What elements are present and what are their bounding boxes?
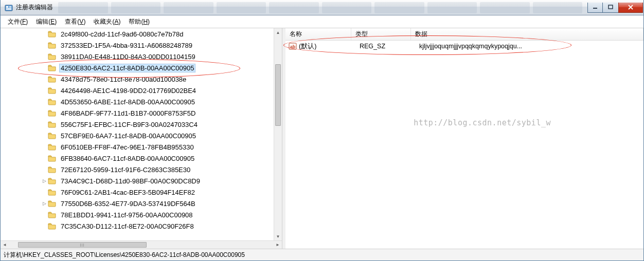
tree-item-label: 73A4C9C1-D68D-11d0-98BF-00A0C90DC8D9 <box>59 177 202 185</box>
tree-item[interactable]: ▷73A4C9C1-D68D-11d0-98BF-00A0C90DC8D9 <box>1 175 274 187</box>
col-header-name[interactable]: 名称 <box>285 28 351 40</box>
vertical-scrollbar[interactable]: ▲ ▼ <box>274 28 282 240</box>
svg-rect-3 <box>6 8 11 10</box>
tree-item-label: 77550D6B-6352-4E77-9DA3-537419DF564B <box>59 199 197 208</box>
folder-icon <box>48 109 56 117</box>
tree-item[interactable]: 6F0510EB-FF8F-47ec-96E1-78FB4B955330 <box>1 141 274 153</box>
scroll-up-arrow[interactable]: ▲ <box>274 28 282 36</box>
svg-rect-4 <box>593 8 597 9</box>
tree-item-label: 556C75F1-EFBC-11CF-B9F3-00A0247033C4 <box>59 120 199 129</box>
folder-icon <box>48 53 56 60</box>
value-data: kjljvjjjoquqmjjjvpqqkqmqykypoqjqu... <box>418 43 643 50</box>
menu-edit[interactable]: 编辑(E) <box>32 16 61 28</box>
tree-item[interactable]: 7C35CA30-D112-11cf-8E72-00A0C90F26F8 <box>1 220 274 232</box>
folder-icon <box>48 42 56 49</box>
tree-item[interactable]: 4250E830-6AC2-11cf-8ADB-00AA00C00905 <box>1 62 274 73</box>
tree-item[interactable]: 78E1BDD1-9941-11cf-9756-00AA00C00908 <box>1 209 274 220</box>
tree-item-label: 78E1BDD1-9941-11cf-9756-00AA00C00908 <box>59 211 194 219</box>
tree-item[interactable]: 72E67120-5959-11cf-91F6-C2863C385E30 <box>1 164 274 175</box>
tree-item-label: 7C35CA30-D112-11cf-8E72-00A0C90F26F8 <box>59 222 195 231</box>
titlebar[interactable]: 注册表编辑器 <box>1 0 643 15</box>
hscroll-track[interactable] <box>9 241 274 249</box>
close-button[interactable] <box>618 3 643 13</box>
menu-view[interactable]: 查看(V) <box>61 16 90 28</box>
scroll-track[interactable] <box>274 36 282 232</box>
registry-editor-window: 注册表编辑器 文件(F) 编辑(E) 查看(V) 收藏夹(A) 帮助(H) 2c… <box>0 0 644 261</box>
folder-icon <box>48 143 56 151</box>
folder-icon <box>48 30 56 38</box>
folder-icon <box>48 222 56 230</box>
tree-item-label: 6F0510EB-FF8F-47ec-96E1-78FB4B955330 <box>59 143 195 152</box>
svg-rect-2 <box>9 6 11 8</box>
tree-item-label: 44264498-AE1C-4198-9DD2-017769D02BE4 <box>59 86 198 95</box>
tree-item-label: 4F86BADF-9F77-11d1-B1B7-0000F8753F5D <box>59 109 197 118</box>
tree-item[interactable]: 76F09C61-2AB1-4cac-BEF3-5B094F14EF82 <box>1 187 274 198</box>
status-path: 计算机\HKEY_CLASSES_ROOT\Licenses\4250E830-… <box>4 251 245 259</box>
app-icon <box>5 4 13 12</box>
tree-item[interactable]: 43478d75-78e0-11cf-8e78-00a0d100038e <box>1 73 274 85</box>
tree-item[interactable]: ▷77550D6B-6352-4E77-9DA3-537419DF564B <box>1 198 274 209</box>
values-list[interactable]: (默认)REG_SZkjljvjjjoquqmjjjvpqqkqmqykypoq… <box>285 41 643 249</box>
menu-help[interactable]: 帮助(H) <box>124 16 154 28</box>
value-name: (默认) <box>299 42 359 51</box>
folder-icon <box>48 64 56 71</box>
minimize-button[interactable] <box>587 3 603 13</box>
scroll-down-arrow[interactable]: ▼ <box>274 232 282 240</box>
tree-item-label: 372533ED-1F5A-4bba-9311-A60688248789 <box>59 41 194 50</box>
scroll-thumb[interactable] <box>275 64 281 126</box>
tree-item-label: 76F09C61-2AB1-4cac-BEF3-5B094F14EF82 <box>59 188 196 197</box>
tree-item-label: 38911DA0-E448-11D0-84A3-00DD01104159 <box>59 52 197 61</box>
tree-item[interactable]: 38911DA0-E448-11D0-84A3-00DD01104159 <box>1 51 274 62</box>
values-header: 名称 类型 数据 <box>285 28 643 41</box>
registry-tree[interactable]: 2c49f800-c2dd-11cf-9ad6-0080c7e7b78d3725… <box>1 28 274 240</box>
folder-icon <box>48 87 56 94</box>
values-panel: 名称 类型 数据 (默认)REG_SZkjljvjjjoquqmjjjvpqqk… <box>285 28 643 249</box>
menu-file[interactable]: 文件(F) <box>4 16 32 28</box>
scroll-right-arrow[interactable]: ► <box>274 241 282 249</box>
tree-item[interactable]: 556C75F1-EFBC-11CF-B9F3-00A0247033C4 <box>1 119 274 130</box>
tree-scroll-area: 2c49f800-c2dd-11cf-9ad6-0080c7e7b78d3725… <box>1 28 282 249</box>
folder-icon <box>48 166 56 173</box>
value-type: REG_SZ <box>359 43 418 50</box>
menubar: 文件(F) 编辑(E) 查看(V) 收藏夹(A) 帮助(H) <box>1 15 643 28</box>
tree-item-label: 6FB38640-6AC7-11cf-8ADB-00AA00C00905 <box>59 154 196 163</box>
tree-item[interactable]: 57CBF9E0-6AA7-11cf-8ADB-00AA00C00905 <box>1 130 274 141</box>
tree-item-label: 4D553650-6ABE-11cf-8ADB-00AA00C00905 <box>59 98 196 106</box>
folder-icon <box>48 98 56 105</box>
tree-item[interactable]: 44264498-AE1C-4198-9DD2-017769D02BE4 <box>1 85 274 96</box>
window-controls <box>587 3 643 13</box>
value-row[interactable]: (默认)REG_SZkjljvjjjoquqmjjjvpqqkqmqykypoq… <box>285 41 643 52</box>
tree-item-label: 72E67120-5959-11cf-91F6-C2863C385E30 <box>59 165 192 174</box>
statusbar: 计算机\HKEY_CLASSES_ROOT\Licenses\4250E830-… <box>1 249 643 260</box>
taskbar-blur <box>58 2 582 13</box>
window-title: 注册表编辑器 <box>16 3 53 12</box>
expand-toggle-icon[interactable]: ▷ <box>41 200 48 207</box>
tree-item[interactable]: 372533ED-1F5A-4bba-9311-A60688248789 <box>1 40 274 51</box>
tree-item[interactable]: 2c49f800-c2dd-11cf-9ad6-0080c7e7b78d <box>1 28 274 40</box>
svg-rect-1 <box>6 6 8 8</box>
tree-item[interactable]: 4F86BADF-9F77-11d1-B1B7-0000F8753F5D <box>1 107 274 119</box>
folder-icon <box>48 177 56 184</box>
tree-item-label: 4250E830-6AC2-11cf-8ADB-00AA00C00905 <box>59 64 195 72</box>
folder-icon <box>48 132 56 139</box>
tree-item[interactable]: 4D553650-6ABE-11cf-8ADB-00AA00C00905 <box>1 96 274 107</box>
menu-favorites[interactable]: 收藏夹(A) <box>90 16 124 28</box>
tree-item[interactable]: 6FB38640-6AC7-11cf-8ADB-00AA00C00905 <box>1 153 274 164</box>
folder-icon <box>48 121 56 128</box>
col-header-data[interactable]: 数据 <box>411 28 643 40</box>
content-area: 2c49f800-c2dd-11cf-9ad6-0080c7e7b78d3725… <box>1 28 643 249</box>
expand-toggle-icon[interactable]: ▷ <box>41 177 48 184</box>
folder-icon <box>48 189 56 196</box>
string-value-icon <box>289 42 297 50</box>
svg-rect-5 <box>609 5 613 9</box>
horizontal-scrollbar[interactable]: ◄ ► <box>1 240 282 249</box>
tree-item-label: 2c49f800-c2dd-11cf-9ad6-0080c7e7b78d <box>59 30 185 39</box>
tree-item-label: 43478d75-78e0-11cf-8e78-00a0d100038e <box>59 75 188 84</box>
scroll-left-arrow[interactable]: ◄ <box>1 241 9 249</box>
folder-icon <box>48 211 56 218</box>
maximize-button[interactable] <box>603 3 618 13</box>
svg-rect-0 <box>5 5 12 11</box>
folder-icon <box>48 76 56 83</box>
col-header-type[interactable]: 类型 <box>351 28 411 40</box>
hscroll-thumb[interactable] <box>18 242 147 248</box>
